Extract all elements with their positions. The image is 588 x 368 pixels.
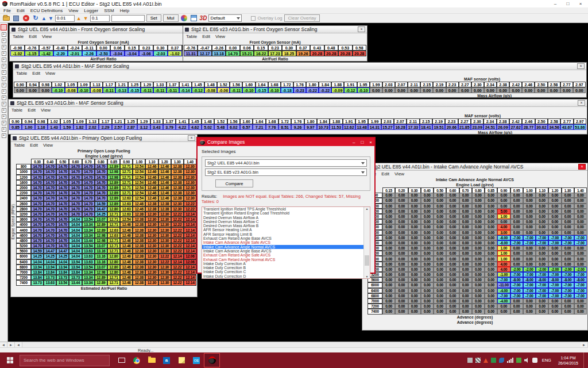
- table-cell[interactable]: 12.14: [184, 227, 196, 232]
- table-cell[interactable]: 0.00: [434, 288, 446, 293]
- track-left-arrow-icon[interactable]: ◄: [15, 342, 22, 347]
- taskbar-clock[interactable]: 1:04 PM 26/04/2015: [558, 355, 578, 366]
- table-cell[interactable]: 14.70: [69, 201, 82, 206]
- table-cell[interactable]: 0.00: [421, 304, 434, 309]
- table-cell[interactable]: 0.00: [485, 288, 497, 293]
- table-cell[interactable]: 14.70: [95, 164, 107, 169]
- table-cell[interactable]: 13.34: [82, 227, 95, 232]
- table-cell[interactable]: 0.00: [472, 209, 485, 214]
- table-cell[interactable]: 13.44: [69, 280, 82, 285]
- table-cell[interactable]: 20.28: [324, 51, 338, 56]
- table-cell[interactable]: 12.46: [145, 195, 158, 201]
- table-cell[interactable]: 14.70: [31, 164, 44, 169]
- table-cell[interactable]: 0.00: [510, 256, 523, 261]
- table-cell[interactable]: -3.04: [110, 51, 125, 56]
- table-cell[interactable]: 12.54: [133, 169, 145, 174]
- table-cell[interactable]: 12.89: [107, 195, 120, 201]
- table-cell[interactable]: 12.22: [171, 270, 184, 275]
- table-cell[interactable]: 0.00: [446, 288, 459, 293]
- table-cell[interactable]: 0.00: [472, 198, 485, 203]
- table-cell[interactable]: -0.08: [90, 87, 103, 93]
- table-cell[interactable]: 0.00: [548, 246, 561, 251]
- table-cell[interactable]: 0.00: [472, 219, 485, 224]
- table-cell[interactable]: 0.00: [446, 87, 459, 93]
- table-cell[interactable]: 0.00: [408, 272, 421, 277]
- table-cell[interactable]: 0.00: [485, 298, 497, 304]
- table-cell[interactable]: 0.00: [523, 224, 536, 229]
- coarse-increment-input[interactable]: [90, 15, 110, 22]
- table-cell[interactable]: 12.89: [107, 180, 120, 185]
- table-cell[interactable]: 0.00: [395, 298, 408, 304]
- table-cell[interactable]: 0.00: [434, 204, 446, 209]
- table-cell[interactable]: 0.00: [421, 293, 434, 298]
- table-cell[interactable]: -0.10: [52, 87, 64, 93]
- tray-icon-1[interactable]: [467, 358, 473, 363]
- volume-icon[interactable]: [524, 358, 529, 363]
- table-cell[interactable]: 0.00: [421, 288, 434, 293]
- table-cell[interactable]: 12.46: [133, 206, 145, 212]
- table-cell[interactable]: 12.30: [158, 233, 171, 238]
- table-cell[interactable]: 0.00: [434, 309, 446, 314]
- table-cell[interactable]: 12.30: [184, 185, 196, 190]
- menu-item[interactable]: View: [42, 34, 52, 39]
- table-cell[interactable]: 0.00: [434, 198, 446, 203]
- table-cell[interactable]: 13.44: [82, 238, 95, 243]
- table-cell[interactable]: 0.00: [562, 198, 574, 203]
- table-cell[interactable]: 0.00: [548, 256, 561, 261]
- table-cell[interactable]: 0.00: [395, 262, 408, 267]
- table-cell[interactable]: 12.46: [145, 175, 158, 180]
- table-cell[interactable]: 23.09: [471, 124, 483, 130]
- table-cell[interactable]: 0.00: [562, 256, 574, 261]
- table-cell[interactable]: 12.46: [120, 233, 133, 238]
- table-cell[interactable]: 0.00: [395, 224, 408, 229]
- table-cell[interactable]: 12.30: [184, 175, 196, 180]
- table-cell[interactable]: 12.46: [120, 254, 133, 259]
- table-cell[interactable]: 0.00: [485, 198, 497, 203]
- table-cell[interactable]: 14.70: [82, 164, 95, 169]
- table-cell[interactable]: 0.00: [548, 209, 561, 214]
- table-cell[interactable]: 0.00: [485, 256, 497, 261]
- table-cell[interactable]: 0.00: [472, 235, 485, 240]
- table-cell[interactable]: 0.00: [434, 282, 446, 288]
- table-cell[interactable]: 12.54: [133, 164, 145, 169]
- table-cell[interactable]: 0.00: [382, 309, 395, 314]
- table-cell[interactable]: -0.18: [281, 87, 293, 93]
- table-cell[interactable]: 12.30: [158, 238, 171, 243]
- table-cell[interactable]: 12.46: [120, 280, 133, 285]
- table-cell[interactable]: 4.62: [189, 124, 202, 130]
- menu-item[interactable]: Help: [120, 8, 129, 13]
- table-cell[interactable]: 12.38: [171, 180, 184, 185]
- table-cell[interactable]: 12.30: [158, 222, 171, 227]
- table-cell[interactable]: 0.00: [497, 198, 510, 203]
- table-cell[interactable]: 12.38: [133, 275, 145, 280]
- table-cell[interactable]: 0.00: [497, 304, 510, 309]
- table-cell[interactable]: 0.00: [574, 298, 587, 304]
- table-cell[interactable]: 12.30: [145, 222, 158, 227]
- table-cell[interactable]: -7.00: [510, 272, 523, 277]
- table-cell[interactable]: 0.00: [484, 87, 497, 93]
- table-cell[interactable]: 11.53: [330, 124, 342, 130]
- table-cell[interactable]: 14.70: [44, 217, 56, 222]
- table-cell[interactable]: 12.71: [107, 238, 120, 243]
- dialog-minimize-button[interactable]: –: [353, 140, 355, 145]
- table-cell[interactable]: 12.30: [171, 206, 184, 212]
- table-cell[interactable]: 12.17: [198, 51, 211, 56]
- table-list-item[interactable]: Intake Duty Correction A: [202, 262, 370, 266]
- tree-expander-icon[interactable]: +: [2, 64, 6, 68]
- table-cell[interactable]: 0.00: [523, 214, 536, 219]
- table-cell[interactable]: 14.70: [69, 212, 82, 217]
- table-cell[interactable]: -0.06: [217, 87, 230, 93]
- table-cell[interactable]: 0.00: [408, 235, 421, 240]
- table-cell[interactable]: 3.12: [137, 124, 150, 130]
- table-cell[interactable]: 0.00: [574, 193, 587, 198]
- close-image-icon[interactable]: ×: [22, 15, 30, 22]
- table-cell[interactable]: 0.00: [510, 262, 523, 267]
- table-cell[interactable]: 0.00: [446, 282, 459, 288]
- table-cell[interactable]: 0.00: [574, 304, 587, 309]
- table-cell[interactable]: 4.00: [497, 224, 510, 229]
- table-cell[interactable]: 12.63: [107, 233, 120, 238]
- table-cell[interactable]: 0.00: [408, 204, 421, 209]
- table-cell[interactable]: 14.70: [56, 175, 69, 180]
- table-cell[interactable]: -7.00: [510, 288, 523, 293]
- table-cell[interactable]: 0.00: [408, 267, 421, 272]
